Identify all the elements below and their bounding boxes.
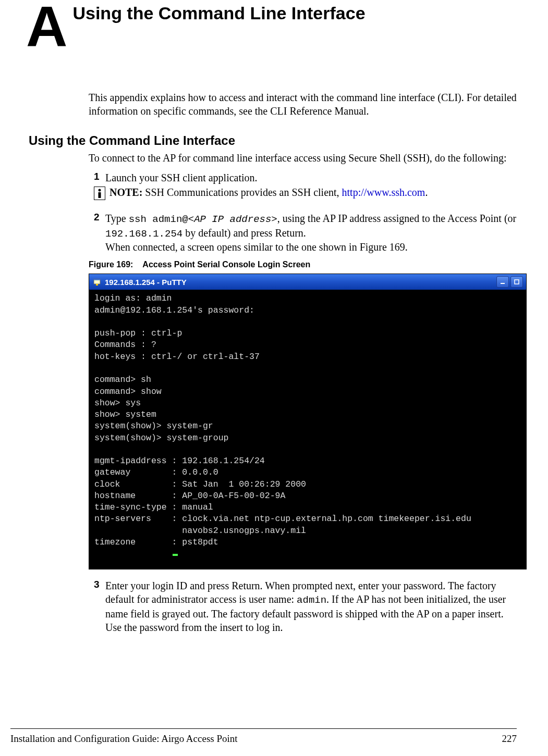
window-title: 192.168.1.254 - PuTTY — [105, 278, 187, 287]
figure-title: Access Point Serial Console Login Screen — [142, 260, 310, 269]
step-2-sub: When connected, a screen opens similar t… — [105, 240, 517, 254]
default-ip: 192.168.1.254 — [105, 228, 182, 240]
step-number: 2 — [94, 212, 105, 240]
step-3: 3 Enter your login ID and press Return. … — [94, 579, 517, 634]
note-body-b: . — [425, 187, 428, 198]
step-text: Type ssh admin@<AP IP address>, using th… — [105, 212, 517, 240]
putty-icon — [92, 277, 102, 287]
terminal-output[interactable]: login as: admin admin@192.168.1.254's pa… — [89, 290, 526, 569]
window-controls — [496, 276, 523, 288]
step-number: 3 — [94, 579, 105, 634]
ssh-link[interactable]: http://www.ssh.com — [342, 187, 425, 198]
figure-caption: Figure 169:Access Point Serial Console L… — [89, 260, 517, 269]
note-body-a: SSH Communications provides an SSH clien… — [142, 187, 342, 198]
svg-rect-3 — [94, 279, 100, 280]
note-text: NOTE: SSH Communications provides an SSH… — [109, 187, 428, 199]
step-text: Launch your SSH client application. — [105, 171, 517, 184]
note-label: NOTE: — [109, 187, 142, 198]
note-block: NOTE: SSH Communications provides an SSH… — [94, 187, 517, 200]
footer-title: Installation and Configuration Guide: Ai… — [10, 733, 238, 745]
step-1: 1 Launch your SSH client application. — [94, 171, 517, 184]
page-footer: Installation and Configuration Guide: Ai… — [0, 728, 548, 745]
appendix-letter: A — [26, 0, 67, 52]
page-number: 227 — [502, 733, 517, 745]
chapter-title: Using the Command Line Interface — [72, 3, 365, 23]
minimize-button[interactable] — [496, 276, 509, 288]
ssh-command-prefix: ssh admin@ — [129, 214, 188, 225]
section-heading: Using the Command Line Interface — [29, 133, 517, 148]
step-2: 2 Type ssh admin@<AP IP address>, using … — [94, 212, 517, 240]
terminal-window: 192.168.1.254 - PuTTY login as: admin ad… — [89, 274, 527, 569]
intro-paragraph: This appendix explains how to access and… — [89, 91, 517, 118]
section-intro: To connect to the AP for command line in… — [89, 151, 517, 165]
step-text: Enter your login ID and press Return. Wh… — [105, 579, 517, 634]
svg-rect-1 — [99, 192, 101, 198]
window-titlebar: 192.168.1.254 - PuTTY — [89, 274, 526, 290]
svg-rect-7 — [515, 280, 519, 284]
info-icon — [94, 187, 105, 200]
ssh-command-arg: <AP IP address> — [188, 214, 277, 225]
svg-point-0 — [99, 189, 101, 192]
figure-number: Figure 169: — [89, 260, 133, 269]
chapter-header: A Using the Command Line Interface — [31, 0, 517, 52]
svg-rect-6 — [501, 283, 505, 284]
step-number: 1 — [94, 171, 105, 184]
admin-username: admin — [297, 594, 326, 606]
maximize-button[interactable] — [510, 276, 523, 288]
